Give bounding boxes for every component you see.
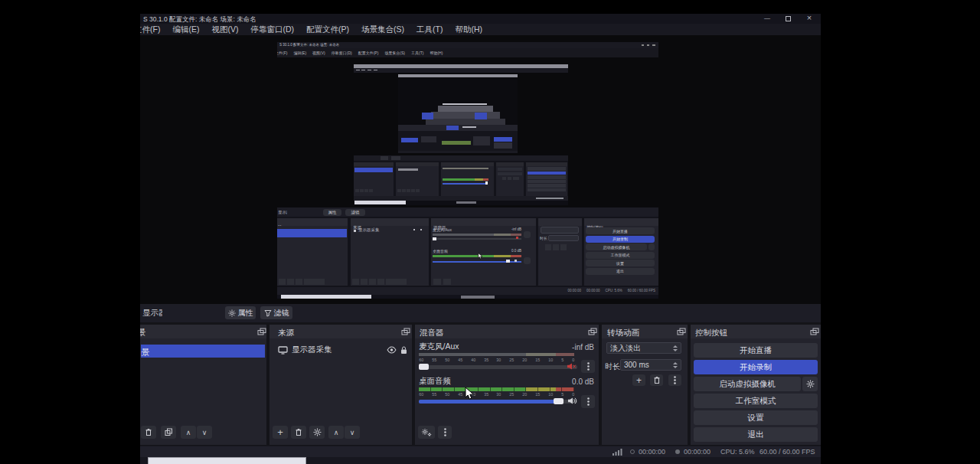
mic-meter-scale: 605550454035302520151050 xyxy=(419,357,574,363)
filters-button[interactable]: 滤镜 xyxy=(260,306,292,319)
filter-icon xyxy=(264,309,272,317)
channel-name: 麦克风/Aux xyxy=(419,341,459,352)
menu-tools[interactable]: 工具(T) xyxy=(410,25,449,35)
menu-docks[interactable]: 停靠窗口(D) xyxy=(244,25,300,35)
background-window[interactable] xyxy=(148,457,306,464)
remove-source-button[interactable] xyxy=(291,426,306,439)
source-down-button[interactable]: ∨ xyxy=(345,426,360,439)
mixer-popout-icon[interactable] xyxy=(588,328,597,335)
display-capture-preview[interactable]: S 30.1.0 配置文件: 未命名 场景: 未命名 文件(F)编辑(E)视图(… xyxy=(277,42,658,299)
transition-select[interactable]: 淡入淡出 xyxy=(606,342,681,354)
gear-icon xyxy=(806,380,815,388)
status-bar xyxy=(140,446,821,457)
menu-scene-collection[interactable]: 场景集合(S) xyxy=(355,25,410,35)
remove-scene-button[interactable] xyxy=(141,426,156,439)
window-title: S 30.1.0 配置文件: 未命名 场景: 未命名 xyxy=(143,15,465,24)
transition-options-button[interactable] xyxy=(668,374,681,386)
start-recording-button[interactable]: 开始录制 xyxy=(694,360,818,374)
settings-button[interactable]: 设置 xyxy=(694,410,818,425)
scenes-dock-header: 场景 xyxy=(140,325,266,338)
mixer-dock: 混音器 麦克风/Aux -inf dB 60555045403530252015… xyxy=(415,325,599,445)
start-virtual-camera-button[interactable]: 启动虚拟摄像机 xyxy=(694,377,801,391)
record-timer: 00:00:00 xyxy=(684,448,710,456)
mini-context-toolbar: 显示器采集 属性 滤镜 xyxy=(277,207,658,217)
menu-bar: 文件(F) 编辑(E) 视图(V) 停靠窗口(D) 配置文件(P) 场景集合(S… xyxy=(140,24,821,35)
scenes-popout-icon[interactable] xyxy=(257,328,266,335)
remove-transition-button[interactable] xyxy=(650,374,663,386)
mixer-dock-title: 混音器 xyxy=(420,328,444,337)
add-source-button[interactable]: + xyxy=(273,426,288,439)
dots-icon xyxy=(674,376,676,384)
mixer-options-button[interactable] xyxy=(438,426,452,439)
controls-popout-icon[interactable] xyxy=(810,328,819,335)
start-streaming-button[interactable]: 开始直播 xyxy=(694,343,818,358)
trash-icon xyxy=(145,428,152,436)
mic-slider-handle[interactable] xyxy=(419,364,429,370)
scene-up-button[interactable]: ∧ xyxy=(181,426,196,439)
advanced-audio-button[interactable] xyxy=(418,426,435,439)
exit-button[interactable]: 退出 xyxy=(694,427,818,442)
transitions-dock-header: 转场动画 xyxy=(602,325,688,338)
desktop-speaker-icon[interactable] xyxy=(567,397,577,405)
minimize-button[interactable]: — xyxy=(761,11,773,22)
record-status-icon xyxy=(675,449,680,454)
stream-timer: 00:00:00 xyxy=(639,448,665,456)
mini-status-bar: 00:00:0000:00:00CPU: 5.6%60.00 / 60.00 F… xyxy=(277,287,658,295)
stream-status-icon xyxy=(630,449,635,454)
dots-icon xyxy=(587,362,590,371)
menu-file[interactable]: 文件(F) xyxy=(140,25,166,35)
source-item-display-capture[interactable]: 显示器采集 xyxy=(271,342,410,358)
gear-icon xyxy=(228,309,236,317)
channel-level: -inf dB xyxy=(572,343,594,351)
menu-help[interactable]: 帮助(H) xyxy=(449,25,488,35)
menu-view[interactable]: 视图(V) xyxy=(205,25,244,35)
sources-dock-header: 来源 xyxy=(270,325,412,338)
desktop-slider-handle[interactable] xyxy=(554,398,564,404)
menu-edit[interactable]: 编辑(E) xyxy=(166,25,205,35)
add-transition-button[interactable]: + xyxy=(632,374,645,386)
menu-profile[interactable]: 配置文件(P) xyxy=(300,25,355,35)
sources-dock: 来源 显示器采集 + ∧ ∨ xyxy=(270,325,412,445)
scene-item-selected[interactable]: 场景 xyxy=(141,345,265,358)
signal-bars-icon xyxy=(612,449,622,456)
sources-dock-title: 来源 xyxy=(278,328,294,337)
scenes-dock-title: 场景 xyxy=(140,328,145,337)
controls-dock-header: 控制按钮 xyxy=(691,325,821,338)
duplicate-scene-button[interactable] xyxy=(161,426,176,439)
mini-menu-bar: 文件(F)编辑(E)视图(V)停靠窗口(D)配置文件(P)场景集合(S)工具(T… xyxy=(277,48,658,57)
mini-capture-l3 xyxy=(354,64,568,205)
studio-mode-button[interactable]: 工作室模式 xyxy=(694,394,818,408)
lock-icon[interactable] xyxy=(400,346,407,355)
source-up-button[interactable]: ∧ xyxy=(328,426,344,439)
virtual-camera-settings-button[interactable] xyxy=(802,377,818,391)
mic-mute-icon[interactable] xyxy=(567,362,577,371)
mini-cursor-l3 xyxy=(485,181,488,185)
source-properties-button[interactable] xyxy=(309,426,325,439)
mixer-channel-mic: 麦克风/Aux -inf dB xyxy=(419,342,594,351)
trash-icon xyxy=(653,376,661,384)
mixer-channel-desktop: 桌面音频 0.0 dB xyxy=(419,377,594,386)
maximize-button[interactable] xyxy=(786,16,791,21)
cpu-usage: CPU: 5.6% xyxy=(720,448,755,456)
mini-window-title: S 30.1.0 配置文件: 未命名 场景: 未命名 xyxy=(279,43,463,47)
scene-down-button[interactable]: ∨ xyxy=(197,426,212,439)
mini-docks: 场景 来源 显示器采集 混音器 麦克风/Aux -inf dB xyxy=(277,217,658,287)
channel-level: 0.0 dB xyxy=(572,377,594,386)
select-arrows xyxy=(673,345,678,351)
desktop-options-button[interactable] xyxy=(581,395,595,408)
transitions-popout-icon[interactable] xyxy=(677,328,686,335)
sources-popout-icon[interactable] xyxy=(401,328,410,335)
visibility-eye-icon[interactable] xyxy=(387,346,397,354)
mic-volume-slider[interactable] xyxy=(419,365,577,369)
controls-dock-title: 控制按钮 xyxy=(695,328,727,337)
properties-button[interactable]: 属性 xyxy=(225,306,256,319)
mic-options-button[interactable] xyxy=(581,360,595,373)
trash-icon xyxy=(295,428,302,436)
dots-icon xyxy=(444,428,446,436)
mic-volume-meter xyxy=(419,353,574,356)
close-button[interactable]: × xyxy=(804,12,815,23)
duration-spinbox[interactable]: 300 ms xyxy=(620,359,681,371)
mini-cursor xyxy=(478,253,483,260)
mini-window-controls xyxy=(642,44,655,46)
duration-value: 300 ms xyxy=(624,361,649,369)
